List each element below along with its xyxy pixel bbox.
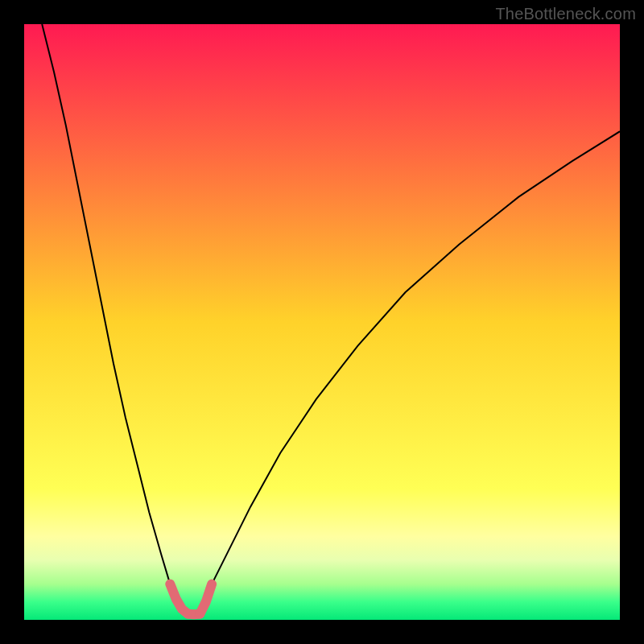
chart-background xyxy=(24,24,620,620)
watermark-text: TheBottleneck.com xyxy=(495,5,636,23)
chart-frame xyxy=(24,24,620,620)
bottleneck-chart xyxy=(24,24,620,620)
